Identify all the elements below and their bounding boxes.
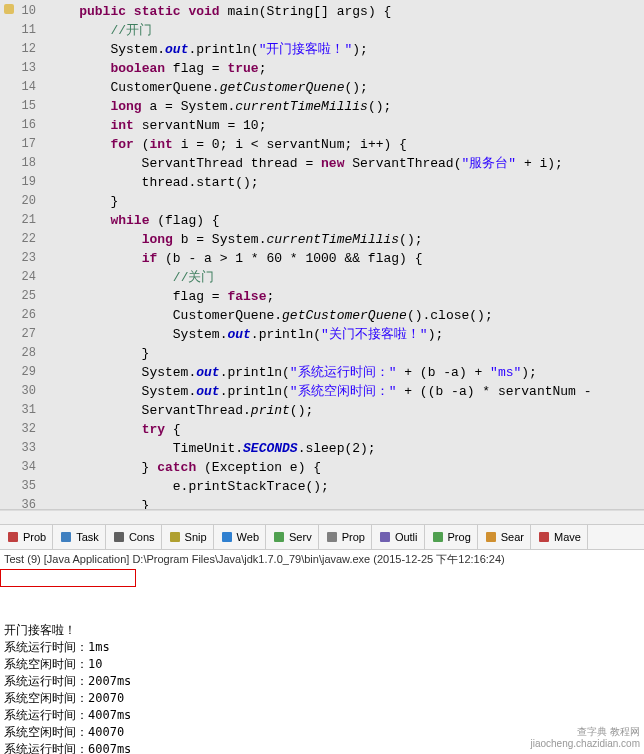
code-line[interactable]: flag = false; [48,287,638,306]
tab-label: Cons [129,531,155,543]
code-line[interactable]: ServantThread.print(); [48,401,638,420]
svg-rect-9 [486,532,496,542]
code-line[interactable]: TimeUnit.SECONDS.sleep(2); [48,439,638,458]
code-line[interactable]: } [48,344,638,363]
line-number: 34 [0,458,36,477]
console-line: 系统运行时间：4007ms [4,707,640,724]
line-number: 26 [0,306,36,325]
code-line[interactable]: //关门 [48,268,638,287]
code-line[interactable]: //开门 [48,21,638,40]
line-number: 19 [0,173,36,192]
tab-mave[interactable]: Mave [531,525,588,549]
editor-scrollbar[interactable] [0,510,644,524]
code-line[interactable]: while (flag) { [48,211,638,230]
watermark-line1: 查字典 教程网 [530,726,640,738]
tab-prob[interactable]: Prob [0,525,53,549]
code-line[interactable]: boolean flag = true; [48,59,638,78]
line-number: 14 [0,78,36,97]
line-number: 10 [0,2,36,21]
code-line[interactable]: int servantNum = 10; [48,116,638,135]
line-number: 22 [0,230,36,249]
code-line[interactable]: System.out.println("关门不接客啦！"); [48,325,638,344]
tab-sear[interactable]: Sear [478,525,531,549]
tab-outli[interactable]: Outli [372,525,425,549]
line-number: 24 [0,268,36,287]
code-line[interactable]: e.printStackTrace(); [48,477,638,496]
tab-icon [325,530,339,544]
tab-prog[interactable]: Prog [425,525,478,549]
tab-label: Task [76,531,99,543]
console-line: 系统空闲时间：10 [4,656,640,673]
svg-rect-5 [274,532,284,542]
tab-label: Snip [185,531,207,543]
console-header: Test (9) [Java Application] D:\Program F… [0,550,644,569]
tab-icon [112,530,126,544]
code-line[interactable]: } catch (Exception e) { [48,458,638,477]
console-line: 系统运行时间：1ms [4,639,640,656]
code-line[interactable]: CustomerQuene.getCustomerQuene().close()… [48,306,638,325]
code-line[interactable]: for (int i = 0; i < servantNum; i++) { [48,135,638,154]
tab-cons[interactable]: Cons [106,525,162,549]
line-gutter: 1011121314151617181920212223242526272829… [0,0,42,509]
watermark-line2: jiaocheng.chazidian.com [530,738,640,750]
tab-icon [220,530,234,544]
tab-icon [484,530,498,544]
line-number: 33 [0,439,36,458]
line-number: 32 [0,420,36,439]
code-line[interactable]: long a = System.currentTimeMillis(); [48,97,638,116]
tab-prop[interactable]: Prop [319,525,372,549]
line-number: 23 [0,249,36,268]
console-line: 系统空闲时间：20070 [4,690,640,707]
tab-serv[interactable]: Serv [266,525,319,549]
svg-rect-3 [170,532,180,542]
console-line: 系统运行时间：2007ms [4,673,640,690]
tab-label: Prob [23,531,46,543]
tab-icon [431,530,445,544]
code-line[interactable]: CustomerQuene.getCustomerQuene(); [48,78,638,97]
highlight-box [0,569,136,587]
tab-task[interactable]: Task [53,525,106,549]
tab-label: Prop [342,531,365,543]
code-line[interactable]: ServantThread thread = new ServantThread… [48,154,638,173]
svg-rect-8 [433,532,443,542]
code-line[interactable]: if (b - a > 1 * 60 * 1000 && flag) { [48,249,638,268]
code-area[interactable]: public static void main(String[] args) {… [42,0,644,509]
tab-icon [272,530,286,544]
code-line[interactable]: try { [48,420,638,439]
line-number: 31 [0,401,36,420]
svg-rect-2 [114,532,124,542]
line-number: 29 [0,363,36,382]
code-line[interactable]: long b = System.currentTimeMillis(); [48,230,638,249]
tab-icon [59,530,73,544]
line-number: 27 [0,325,36,344]
line-number: 20 [0,192,36,211]
line-number: 11 [0,21,36,40]
code-line[interactable]: } [48,192,638,211]
console-line: 开门接客啦！ [4,622,640,639]
svg-rect-10 [539,532,549,542]
console-panel: Test (9) [Java Application] D:\Program F… [0,550,644,754]
tab-label: Prog [448,531,471,543]
code-line[interactable]: } [48,496,638,509]
code-line[interactable]: public static void main(String[] args) { [48,2,638,21]
code-line[interactable]: System.out.println("开门接客啦！"); [48,40,638,59]
code-line[interactable]: System.out.println("系统运行时间：" + (b -a) + … [48,363,638,382]
line-number: 30 [0,382,36,401]
line-number: 25 [0,287,36,306]
tab-label: Mave [554,531,581,543]
line-number: 13 [0,59,36,78]
watermark: 查字典 教程网 jiaocheng.chazidian.com [530,726,640,750]
tab-icon [168,530,182,544]
tab-label: Web [237,531,259,543]
tab-icon [6,530,20,544]
code-line[interactable]: System.out.println("系统空闲时间：" + ((b -a) *… [48,382,638,401]
tab-web[interactable]: Web [214,525,266,549]
tab-snip[interactable]: Snip [162,525,214,549]
code-line[interactable]: thread.start(); [48,173,638,192]
svg-rect-6 [327,532,337,542]
tab-label: Outli [395,531,418,543]
code-editor[interactable]: 1011121314151617181920212223242526272829… [0,0,644,510]
view-tabs: Prob Task Cons Snip Web Serv Prop Outli … [0,524,644,550]
line-number: 17 [0,135,36,154]
tab-label: Serv [289,531,312,543]
